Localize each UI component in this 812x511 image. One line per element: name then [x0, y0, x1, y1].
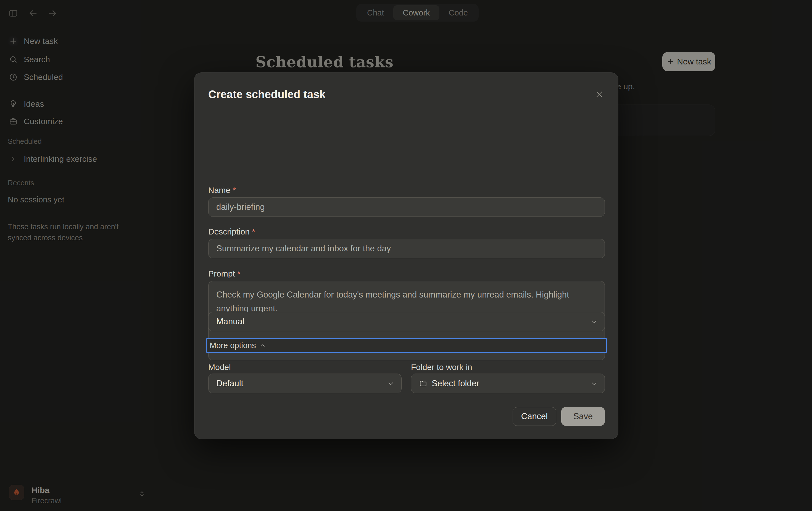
model-select[interactable]: Default: [208, 374, 402, 393]
frequency-select[interactable]: Manual: [208, 312, 605, 331]
folder-value: Select folder: [432, 379, 586, 388]
required-marker: *: [233, 186, 236, 195]
description-field[interactable]: [208, 239, 605, 258]
chevron-up-icon: [259, 342, 266, 349]
prompt-label: Prompt*: [208, 269, 240, 278]
required-marker: *: [252, 227, 255, 236]
folder-select[interactable]: Select folder: [411, 374, 605, 393]
folder-icon: [419, 379, 427, 388]
cancel-button[interactable]: Cancel: [513, 407, 556, 426]
chevron-down-icon: [590, 318, 598, 325]
chevron-down-icon: [387, 380, 395, 387]
close-icon: [594, 89, 604, 99]
chevron-down-icon: [590, 380, 598, 387]
more-options-label: More options: [210, 341, 256, 350]
close-button[interactable]: [592, 87, 607, 102]
dialog-title: Create scheduled task: [208, 88, 326, 101]
required-marker: *: [237, 269, 240, 278]
frequency-value: Manual: [216, 317, 586, 327]
model-label: Model: [208, 362, 231, 372]
folder-label: Folder to work in: [411, 362, 472, 372]
model-value: Default: [216, 379, 382, 388]
create-scheduled-task-dialog: Create scheduled task Name* Description*…: [194, 73, 618, 439]
name-label: Name*: [208, 186, 236, 195]
name-field[interactable]: [208, 197, 605, 217]
save-button[interactable]: Save: [561, 407, 605, 426]
description-label: Description*: [208, 227, 255, 236]
more-options-toggle[interactable]: More options: [206, 338, 607, 353]
